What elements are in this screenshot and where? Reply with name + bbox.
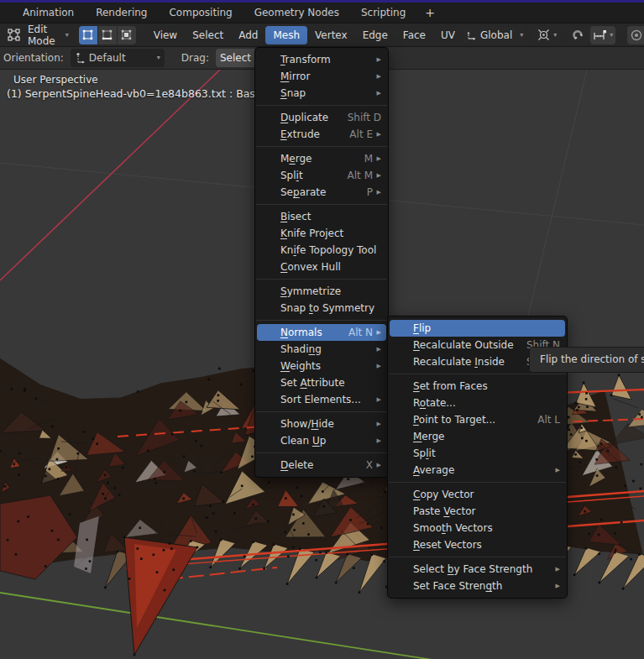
viewport-header: Edit Mode ▾ ViewSelectAddMeshVertexEdgeF… xyxy=(0,24,644,47)
menu-item-symmetrize[interactable]: Symmetrize xyxy=(257,283,386,300)
menu-item-mirror[interactable]: Mirror▶ xyxy=(257,68,386,85)
menu-item-average[interactable]: Average▶ xyxy=(390,462,565,479)
menu-item-split[interactable]: Split xyxy=(390,445,565,462)
menu-item-bisect[interactable]: Bisect xyxy=(257,208,386,225)
drag-label: Drag: xyxy=(181,52,209,64)
workspace-tab-rendering[interactable]: Rendering xyxy=(85,3,158,24)
menu-uv[interactable]: UV xyxy=(433,26,463,44)
menu-item-delete[interactable]: DeleteX▶ xyxy=(257,457,386,473)
menu-item-select-by-face-strength[interactable]: Select by Face Strength▶ xyxy=(390,561,565,578)
select-mode-buttons xyxy=(79,26,136,44)
workspace-tab-compositing[interactable]: Compositing xyxy=(158,3,243,24)
menu-item-transform[interactable]: Transform▶ xyxy=(257,51,386,68)
menu-item-rotate[interactable]: Rotate... xyxy=(390,395,565,411)
menu-add[interactable]: Add xyxy=(231,26,265,44)
menu-item-set-from-faces[interactable]: Set from Faces xyxy=(390,378,565,395)
pivot-point-dropdown[interactable]: ▾ xyxy=(533,26,560,44)
menu-item-sort-elements[interactable]: Sort Elements...▶ xyxy=(257,391,386,408)
menu-item-label: Recalculate Outside xyxy=(413,339,514,351)
menu-separator xyxy=(389,557,566,557)
chevron-down-icon: ▾ xyxy=(520,32,523,39)
face-select-mode-button[interactable] xyxy=(118,26,136,44)
menu-item-smooth-vectors[interactable]: Smooth Vectors xyxy=(390,520,565,536)
submenu-arrow-icon: ▶ xyxy=(373,56,381,63)
menu-item-label: Flip xyxy=(413,322,431,334)
chevron-down-icon: ▾ xyxy=(610,32,613,39)
add-workspace-button[interactable]: + xyxy=(416,3,443,24)
menu-item-flip[interactable]: Flip xyxy=(390,320,565,337)
menu-item-separate[interactable]: SeparateP▶ xyxy=(257,184,386,201)
menu-item-duplicate[interactable]: DuplicateShift D xyxy=(257,109,386,126)
edge-select-icon xyxy=(101,29,113,41)
menu-item-knife-project[interactable]: Knife Project xyxy=(257,225,386,242)
submenu-arrow-icon: ▶ xyxy=(373,131,381,138)
orientation-default-value: Default xyxy=(89,52,126,64)
submenu-arrow-icon: ▶ xyxy=(373,155,381,162)
orientation-label: Orientation: xyxy=(3,52,64,64)
orientation-default-dropdown[interactable]: Default ▾ xyxy=(71,49,165,67)
menu-item-snap-to-symmetry[interactable]: Snap to Symmetry xyxy=(257,300,386,316)
menu-item-convex-hull[interactable]: Convex Hull xyxy=(257,259,386,275)
menu-mesh[interactable]: Mesh xyxy=(265,26,307,44)
menu-item-knife-topology-tool[interactable]: Knife Topology Tool xyxy=(257,242,386,259)
menu-item-shortcut: Alt E xyxy=(338,128,373,140)
menu-edge[interactable]: Edge xyxy=(355,26,395,44)
menu-item-shading[interactable]: Shading▶ xyxy=(257,341,386,358)
proportional-edit-toggle[interactable] xyxy=(627,26,644,44)
workspace-tab-scripting[interactable]: Scripting xyxy=(350,3,416,24)
menu-item-label: Shading xyxy=(280,343,322,355)
workspace-tabs: AnimationRenderingCompositingGeometry No… xyxy=(12,3,416,24)
workspace-tab-animation[interactable]: Animation xyxy=(12,3,85,24)
menu-separator xyxy=(256,279,387,280)
vertex-select-icon xyxy=(81,29,94,41)
menu-item-weights[interactable]: Weights▶ xyxy=(257,358,386,374)
submenu-arrow-icon: ▶ xyxy=(373,437,381,444)
magnet-icon xyxy=(572,29,585,42)
menu-item-label: Reset Vectors xyxy=(413,539,482,551)
menu-item-copy-vector[interactable]: Copy Vector xyxy=(390,486,565,503)
menu-separator xyxy=(256,204,387,205)
menu-item-set-face-strength[interactable]: Set Face Strength▶ xyxy=(390,578,565,594)
snap-toggle-button[interactable] xyxy=(569,26,588,44)
menu-vertex[interactable]: Vertex xyxy=(307,26,355,44)
submenu-arrow-icon: ▶ xyxy=(373,363,381,369)
snap-settings-dropdown[interactable]: ▾ xyxy=(590,26,615,44)
mode-dropdown[interactable]: Edit Mode ▾ xyxy=(26,26,71,44)
chevron-down-icon: ▾ xyxy=(553,32,557,39)
submenu-arrow-icon: ▶ xyxy=(552,566,560,573)
menu-select[interactable]: Select xyxy=(185,26,231,44)
menu-item-paste-vector[interactable]: Paste Vector xyxy=(390,503,565,520)
menu-separator xyxy=(256,320,387,321)
submenu-arrow-icon: ▶ xyxy=(373,73,381,80)
menu-face[interactable]: Face xyxy=(395,26,433,44)
edge-select-mode-button[interactable] xyxy=(98,26,117,44)
menu-item-extrude[interactable]: ExtrudeAlt E▶ xyxy=(257,126,386,143)
menu-item-merge[interactable]: Merge xyxy=(390,428,565,445)
menu-item-snap[interactable]: Snap▶ xyxy=(257,85,386,102)
workspace-tab-geometry-nodes[interactable]: Geometry Nodes xyxy=(243,3,350,24)
menu-item-point-to-target[interactable]: Point to Target...Alt L xyxy=(390,411,565,428)
menu-item-label: Split xyxy=(413,447,436,459)
menu-item-label: Duplicate xyxy=(280,112,328,123)
menu-item-reset-vectors[interactable]: Reset Vectors xyxy=(390,536,565,553)
menu-item-label: Bisect xyxy=(280,211,312,222)
menu-item-normals[interactable]: NormalsAlt N▶ xyxy=(257,324,386,341)
submenu-arrow-icon: ▶ xyxy=(373,462,381,468)
transform-orientation-dropdown[interactable]: Global ▾ xyxy=(463,26,526,44)
menu-item-clean-up[interactable]: Clean Up▶ xyxy=(257,432,386,449)
viewport-overlay-shapekey: (1) SerpentSpineHead-vb0=1e84b863.txt : … xyxy=(7,87,264,100)
tooltip: Flip the direction of selec xyxy=(529,347,644,373)
orientation-value: Global xyxy=(480,29,512,41)
menu-item-set-attribute[interactable]: Set Attribute xyxy=(257,374,386,391)
proportional-circle-icon xyxy=(630,29,643,42)
submenu-arrow-icon: ▶ xyxy=(373,396,381,403)
menu-view[interactable]: View xyxy=(146,26,185,44)
vertex-select-mode-button[interactable] xyxy=(79,26,97,44)
menu-item-show-hide[interactable]: Show/Hide▶ xyxy=(257,416,386,432)
menu-item-split[interactable]: SplitAlt M▶ xyxy=(257,167,386,184)
menu-item-label: Extrude xyxy=(280,128,320,140)
menu-item-label: Copy Vector xyxy=(413,489,474,500)
submenu-arrow-icon: ▶ xyxy=(552,467,560,473)
menu-item-merge[interactable]: MergeM▶ xyxy=(257,150,386,167)
submenu-arrow-icon: ▶ xyxy=(552,583,560,589)
